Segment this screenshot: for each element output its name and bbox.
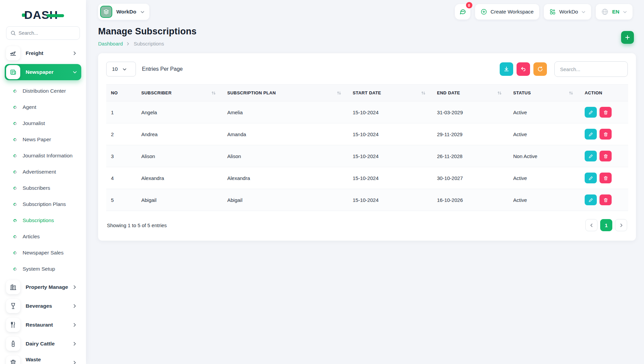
edit-button[interactable] (585, 129, 597, 140)
cell-start-date: 15-10-2024 (348, 189, 432, 211)
sidebar-item-label: Dairy Cattle (26, 341, 72, 347)
workspace-switcher[interactable]: WorkDo (98, 4, 149, 20)
subitem-label: Agent (23, 104, 36, 110)
delete-button[interactable] (599, 194, 612, 205)
wine-glass-icon (6, 299, 20, 313)
cell-end-date: 30-10-2027 (432, 167, 508, 189)
cell-status: Active (508, 101, 580, 123)
sidebar-item-freight[interactable]: Freight (5, 45, 81, 61)
sidebar-subitem-agent[interactable]: Agent (5, 99, 81, 115)
edit-button[interactable] (585, 107, 597, 118)
refresh-button[interactable] (533, 62, 547, 76)
cell-subscriber: Alexandra (137, 167, 223, 189)
sidebar-search[interactable] (6, 26, 80, 40)
cell-start-date: 15-10-2024 (348, 167, 432, 189)
page-title: Manage Subscriptions (98, 26, 197, 37)
messages-button[interactable]: 0 (455, 4, 470, 20)
chevron-right-icon (72, 285, 77, 290)
layers-icon (100, 6, 112, 18)
column-header-end-date[interactable]: END DATE (432, 85, 508, 101)
sort-icon[interactable] (337, 91, 343, 95)
cell-plan: Abigail (223, 189, 348, 211)
workdo-menu-button[interactable]: WorkDo (544, 4, 591, 20)
sidebar: DASH Freight Newspaper (0, 0, 86, 364)
export-button[interactable] (500, 62, 513, 76)
next-page-button[interactable] (615, 219, 627, 231)
breadcrumb-dashboard-link[interactable]: Dashboard (98, 41, 123, 47)
cell-status: Active (508, 189, 580, 211)
table-row: 5 Abigail Abigail 15-10-2024 16-10-2026 … (106, 189, 628, 211)
page-content: Manage Subscriptions Dashboard Subscript… (86, 24, 644, 364)
column-header-subscriber[interactable]: SUBSCRIBER (137, 85, 223, 101)
page-number-button[interactable]: 1 (600, 219, 612, 231)
refresh-icon (537, 66, 543, 72)
add-subscription-button[interactable] (621, 31, 634, 44)
delete-button[interactable] (599, 129, 612, 140)
sidebar-item-beverages[interactable]: Beverages (5, 298, 81, 314)
sidebar-subitem-articles[interactable]: Articles (5, 229, 81, 245)
chevron-down-icon (581, 10, 586, 14)
sidebar-item-restaurant[interactable]: Restaurant (5, 317, 81, 333)
pencil-icon (588, 132, 593, 137)
delete-button[interactable] (599, 151, 612, 161)
language-selector[interactable]: EN (596, 4, 633, 20)
edit-button[interactable] (585, 194, 597, 205)
bullet-icon (13, 89, 17, 93)
workdo-menu-label: WorkDo (559, 9, 578, 15)
undo-button[interactable] (517, 62, 530, 76)
create-workspace-button[interactable]: Create Workspace (475, 4, 539, 20)
sidebar-subitem-distribution-center[interactable]: Distribution Center (5, 83, 81, 99)
subitem-label: News Paper (23, 136, 51, 143)
previous-page-button[interactable] (585, 219, 597, 231)
sidebar-item-label: Waste Management (26, 357, 72, 364)
grid-plus-icon (549, 8, 556, 15)
sidebar-subitem-journalist-information[interactable]: Journalist Information (5, 148, 81, 164)
table-row: 4 Alexandra Alexandra 15-10-2024 30-10-2… (106, 167, 628, 189)
sidebar-subitem-subscriptions[interactable]: Subscriptions (5, 212, 81, 229)
sidebar-item-newspaper[interactable]: Newspaper (5, 64, 81, 80)
delete-button[interactable] (599, 173, 612, 183)
column-header-status[interactable]: STATUS (508, 85, 580, 101)
sidebar-item-label: Newspaper (26, 69, 72, 75)
column-header-subscription-plan[interactable]: SUBSCRIPTION PLAN (223, 85, 348, 101)
column-header-action: ACTION (580, 85, 628, 101)
sidebar-subitem-subscribers[interactable]: Subscribers (5, 180, 81, 196)
sidebar-search-input[interactable] (19, 30, 76, 36)
cell-no: 2 (106, 123, 137, 145)
newspaper-icon (6, 65, 20, 79)
edit-button[interactable] (585, 173, 597, 183)
sidebar-item-dairy-cattle[interactable]: Dairy Cattle (5, 336, 81, 352)
breadcrumb: Dashboard Subscriptions (98, 41, 197, 47)
sidebar-subitem-newspaper-sales[interactable]: Newspaper Sales (5, 245, 81, 261)
sort-icon[interactable] (421, 91, 428, 95)
sort-icon[interactable] (569, 91, 575, 95)
sidebar-item-label: Restaurant (26, 322, 72, 328)
sidebar-subitem-system-setup[interactable]: System Setup (5, 261, 81, 277)
trash-icon (6, 356, 20, 364)
sidebar-subitem-advertisement[interactable]: Advertisement (5, 164, 81, 180)
delete-button[interactable] (599, 107, 612, 118)
sidebar-item-property-manage[interactable]: Property Manage (5, 279, 81, 295)
logo-dash-accent (47, 14, 64, 17)
entries-per-page-select[interactable]: 10 (106, 62, 136, 77)
subscriptions-table: NO SUBSCRIBER SUBSCRIPTION PLAN START DA… (106, 84, 628, 211)
sidebar-subitem-news-paper[interactable]: News Paper (5, 131, 81, 148)
sort-icon[interactable] (497, 91, 504, 95)
sidebar-item-label: Beverages (26, 303, 72, 309)
table-search-input[interactable] (554, 61, 628, 77)
edit-button[interactable] (585, 151, 597, 161)
sort-icon[interactable] (211, 91, 218, 95)
sidebar-item-waste-management[interactable]: Waste Management (5, 355, 81, 364)
subitem-label: Newspaper Sales (23, 250, 63, 256)
chat-bubble-icon (459, 8, 467, 16)
column-header-start-date[interactable]: START DATE (348, 85, 432, 101)
page-head: Manage Subscriptions Dashboard Subscript… (98, 26, 634, 47)
entries-per-page-value: 10 (112, 66, 118, 72)
row-actions (585, 194, 623, 205)
language-code: EN (612, 9, 619, 15)
sidebar-subitem-journalist[interactable]: Journalist (5, 115, 81, 131)
sidebar-subitem-subscription-plans[interactable]: Subscription Plans (5, 196, 81, 212)
chevron-right-icon (72, 360, 77, 364)
cell-no: 5 (106, 189, 137, 211)
chevron-right-icon (126, 42, 130, 46)
